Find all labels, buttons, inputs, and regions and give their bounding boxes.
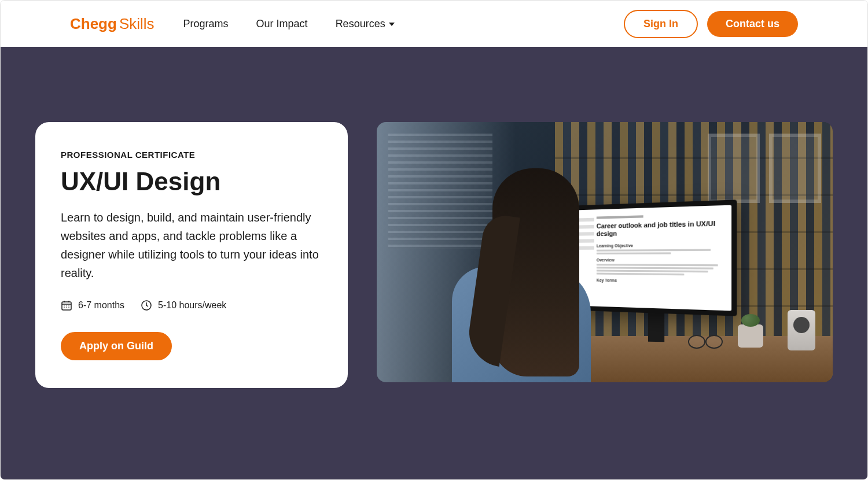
hero-section: PROFESSIONAL CERTIFICATE UX/UI Design Le…: [1, 47, 867, 480]
header-left-group: Chegg Skills Programs Our Impact Resourc…: [70, 15, 395, 33]
meta-effort: 5-10 hours/week: [141, 300, 226, 311]
hero-eyebrow: PROFESSIONAL CERTIFICATE: [61, 150, 322, 160]
nav-our-impact-label: Our Impact: [256, 18, 308, 30]
meta-duration: 6-7 months: [61, 300, 124, 311]
contact-button[interactable]: Contact us: [707, 11, 798, 37]
header-right-group: Sign In Contact us: [624, 10, 798, 38]
plant-pot: [738, 324, 763, 348]
meta-effort-value: 5-10 hours/week: [158, 300, 226, 311]
hero-info-card: PROFESSIONAL CERTIFICATE UX/UI Design Le…: [35, 122, 348, 388]
picture-frames: [708, 134, 821, 203]
person-figure: [452, 163, 608, 382]
logo-part1: Chegg: [70, 15, 117, 33]
nav-programs-label: Programs: [183, 18, 229, 30]
nav-resources[interactable]: Resources: [336, 18, 395, 30]
brand-logo[interactable]: Chegg Skills: [70, 15, 155, 33]
signin-button[interactable]: Sign In: [624, 10, 698, 38]
nav-resources-label: Resources: [336, 18, 385, 30]
hero-description: Learn to design, build, and maintain use…: [61, 208, 322, 282]
monitor-stand: [648, 313, 664, 342]
hero-meta-row: 6-7 months 5-10 hours/week: [61, 300, 322, 311]
apply-button[interactable]: Apply on Guild: [61, 332, 172, 360]
nav-our-impact[interactable]: Our Impact: [256, 18, 308, 30]
logo-part2: Skills: [119, 15, 155, 33]
screen-content-title: Career outlook and job titles in UX/UI d…: [597, 219, 725, 238]
clock-icon: [141, 300, 152, 311]
screen-section-2: Overview: [597, 258, 725, 263]
meta-duration-value: 6-7 months: [78, 300, 124, 311]
hero-title: UX/UI Design: [61, 168, 322, 195]
chevron-down-icon: [389, 23, 395, 26]
calendar-icon: [61, 300, 72, 311]
primary-nav: Programs Our Impact Resources: [183, 18, 395, 30]
screen-section-1: Learning Objective: [597, 243, 725, 248]
nav-programs[interactable]: Programs: [183, 18, 229, 30]
screen-section-3: Key Terms: [597, 278, 725, 285]
speaker: [788, 310, 815, 350]
hero-image: Career outlook and job titles in UX/UI d…: [377, 122, 833, 382]
site-header: Chegg Skills Programs Our Impact Resourc…: [1, 1, 867, 47]
eyeglasses: [688, 335, 723, 348]
